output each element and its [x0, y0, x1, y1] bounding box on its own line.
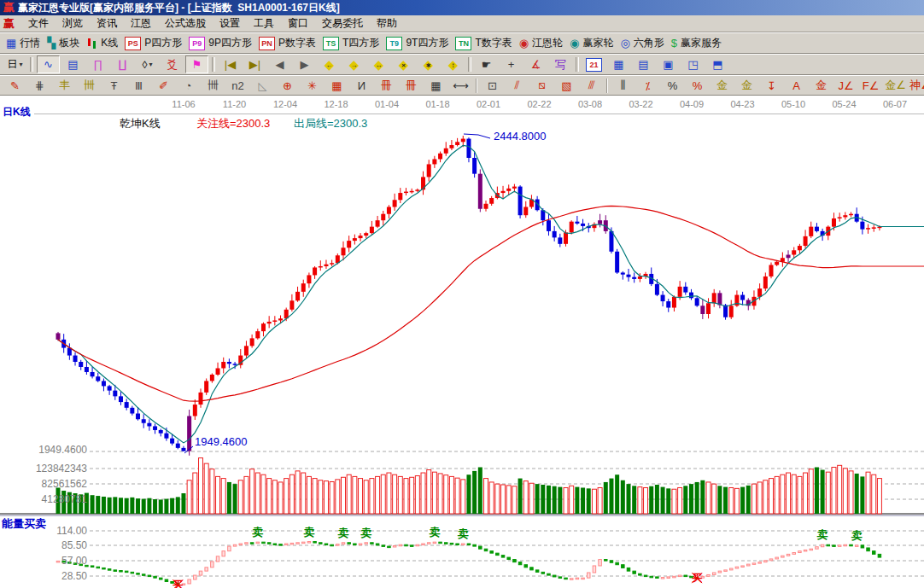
fan-tool-button[interactable]: ◺: [251, 77, 274, 95]
black-grid-button[interactable]: ▦: [424, 77, 447, 95]
gold-line-button[interactable]: 金: [735, 77, 758, 95]
exit-line-label: 出局线=2300.3: [294, 116, 367, 131]
percent-line-button[interactable]: %: [686, 77, 709, 95]
menu-tools[interactable]: 工具: [247, 15, 281, 32]
volume-bar: [815, 468, 819, 515]
zigzag-button[interactable]: И: [350, 77, 373, 95]
info-list-button[interactable]: ▤: [61, 55, 85, 73]
package-button[interactable]: ⬒: [706, 55, 729, 73]
t-square-button[interactable]: TST四方形: [320, 34, 382, 52]
gann-wheel-button[interactable]: ◉江恩轮: [517, 34, 565, 52]
gann-clock-button[interactable]: ◔: [177, 77, 200, 95]
p-square-button[interactable]: PSP四方形: [122, 34, 184, 52]
angle-measure-button[interactable]: ∡: [524, 55, 547, 73]
gann-grid-gold-button[interactable]: 丰: [53, 77, 76, 95]
brush-tool-button[interactable]: ✐: [152, 77, 175, 95]
time-ruler-button[interactable]: Ⅲ: [127, 77, 150, 95]
export-button[interactable]: ◳: [681, 55, 705, 73]
percent-strike-button[interactable]: ⁒: [636, 77, 659, 95]
span-arrow-button[interactable]: ⟷: [449, 77, 472, 95]
j-angle-button[interactable]: J∠: [834, 77, 857, 95]
calculator-button[interactable]: ▦: [607, 55, 630, 73]
gann-write-button[interactable]: 写: [549, 55, 572, 73]
period-selector-button[interactable]: 日▾: [3, 55, 26, 73]
candle-body: [700, 306, 705, 314]
frame-button[interactable]: ⊡: [481, 77, 504, 95]
p-table-button[interactable]: PNP数字表: [256, 34, 319, 52]
winner-service-button[interactable]: $赢家服务: [669, 34, 724, 52]
menu-settings[interactable]: 设置: [213, 15, 247, 32]
gold-tool-button[interactable]: 金: [810, 77, 833, 95]
percent-button[interactable]: %: [661, 77, 684, 95]
hash-grid-button[interactable]: ⋕: [28, 77, 51, 95]
winner-wheel-button[interactable]: ◉赢家轮: [567, 34, 616, 52]
dual-fan-button[interactable]: ⧅: [530, 77, 553, 95]
spike-button[interactable]: ↧: [760, 77, 783, 95]
color-flag-button[interactable]: ⚑: [185, 55, 208, 73]
crosshair-button[interactable]: +: [500, 55, 523, 73]
toolbar-separator: [212, 57, 215, 72]
menu-file[interactable]: 文件: [21, 15, 56, 32]
gann-pattern-button[interactable]: 爻: [161, 55, 184, 73]
multi-line-button[interactable]: ⫻: [580, 77, 603, 95]
sectors-button[interactable]: ▚板块: [44, 34, 82, 52]
quotes-button[interactable]: ▦行情: [3, 34, 43, 52]
diamond-left-button[interactable]: ◆←: [318, 55, 341, 73]
monitor-button[interactable]: ▣: [657, 55, 680, 73]
square-rays-button[interactable]: ▦: [325, 77, 348, 95]
gold-circle-button[interactable]: 金: [711, 77, 734, 95]
diamond-hspan-button[interactable]: ◆↔: [367, 55, 390, 73]
grid-fan-button[interactable]: ▧: [555, 77, 578, 95]
last-page-button[interactable]: ▶|: [243, 55, 266, 73]
price-ruler-button[interactable]: Ŧ: [102, 77, 126, 95]
9t-square-button[interactable]: T99T四方形: [383, 34, 451, 52]
red-grid-button[interactable]: 冊: [375, 77, 398, 95]
fan-lines-button[interactable]: ⫽: [506, 77, 529, 95]
menu-window[interactable]: 窗口: [281, 15, 315, 32]
menu-trade[interactable]: 交易委托: [315, 15, 370, 32]
diamond-right-button[interactable]: ◆→: [342, 55, 366, 73]
grid-dense-button[interactable]: 卌: [202, 77, 225, 95]
bars-up-button[interactable]: ∏: [86, 55, 109, 73]
diamond-star-button[interactable]: ◆∗: [417, 55, 440, 73]
kline-button[interactable]: K线: [84, 34, 120, 52]
candle-style-button[interactable]: ◊▾: [136, 55, 159, 73]
diamond-vspan-button[interactable]: ◆↕: [442, 55, 465, 73]
menu-gann[interactable]: 江恩: [124, 15, 158, 32]
n2-grid-button[interactable]: n2: [226, 77, 249, 95]
hand-tool-button[interactable]: ☛: [475, 55, 498, 73]
star-rays-button[interactable]: ✳: [301, 77, 324, 95]
candle-body: [295, 292, 300, 300]
prev-button[interactable]: ◀: [268, 55, 291, 73]
menu-browse[interactable]: 浏览: [56, 15, 90, 32]
menu-formula-stockpick[interactable]: 公式选股: [158, 15, 213, 32]
bars-down-button[interactable]: ∐: [111, 55, 134, 73]
chart-area[interactable]: 11-0611-2012-0412-1801-0401-1802-0102-22…: [0, 96, 924, 588]
9p-square-button[interactable]: P99P四方形: [186, 34, 254, 52]
next-button[interactable]: ▶: [293, 55, 316, 73]
calendar-button[interactable]: 21: [582, 55, 605, 73]
a-line-button[interactable]: A: [785, 77, 808, 95]
menu-help[interactable]: 帮助: [370, 15, 404, 32]
dynamic-wave-button[interactable]: ∿: [37, 55, 60, 73]
volume-bar: [336, 480, 340, 514]
first-page-button[interactable]: |◀: [219, 55, 242, 73]
diamond-cross-button[interactable]: ◆×: [392, 55, 415, 73]
indicator-bar: [501, 556, 505, 557]
circle-cross-button[interactable]: ⊕: [276, 77, 299, 95]
price-ruler-icon: Ŧ: [111, 79, 118, 92]
shen-angle-button[interactable]: 神∠: [909, 77, 924, 95]
stats-panel-button[interactable]: ⫼: [611, 77, 635, 95]
f-angle-button[interactable]: F∠: [859, 77, 882, 95]
pen-tool-button[interactable]: ✎: [3, 77, 26, 95]
red-grid2-button[interactable]: 冊: [400, 77, 423, 95]
t-table-button[interactable]: TNT数字表: [453, 34, 514, 52]
child-window-icon[interactable]: 赢: [3, 16, 15, 32]
menu-news[interactable]: 资讯: [90, 15, 124, 32]
gold-angle-button[interactable]: 金∠: [884, 77, 907, 95]
hexagon-button[interactable]: ◎六角形: [617, 34, 666, 52]
indicator-bar: [787, 554, 790, 556]
notepad-button[interactable]: ▤: [632, 55, 655, 73]
candle-body: [683, 287, 687, 293]
gann-grid-gold2-button[interactable]: 卌: [78, 77, 101, 95]
